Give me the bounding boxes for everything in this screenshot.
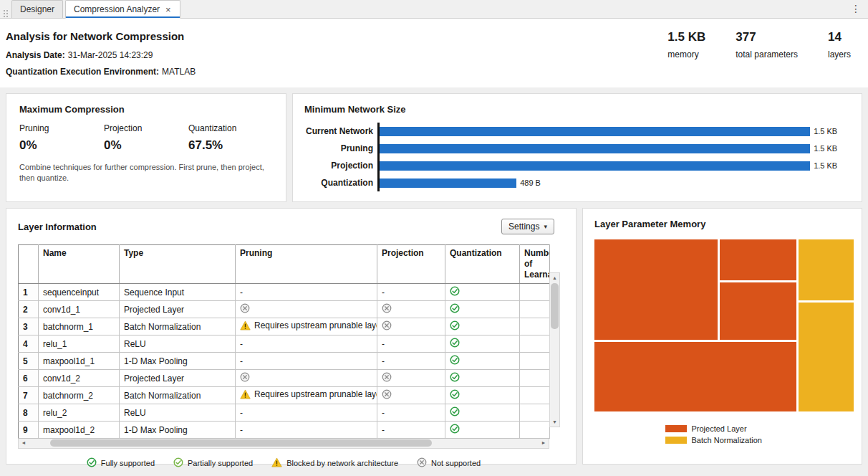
col-quantization: Quantization bbox=[445, 245, 520, 284]
layer-table-body: 1sequenceinputSequence Input--2conv1d_1P… bbox=[19, 284, 550, 439]
layer-name-cell: conv1d_2 bbox=[39, 370, 120, 387]
table-row[interactable]: 9maxpool1d_21-D Max Pooling-- bbox=[19, 422, 550, 439]
row-number: 2 bbox=[19, 301, 39, 318]
cell-text: - bbox=[240, 287, 243, 298]
projection-cell bbox=[377, 370, 445, 387]
panel-grip-icon[interactable] bbox=[4, 10, 5, 11]
legend-swatch bbox=[665, 437, 687, 444]
bar bbox=[380, 178, 516, 188]
learnables-cell bbox=[520, 404, 550, 422]
stat-total-parameters: 377 total parameters bbox=[736, 30, 798, 60]
overflow-menu-icon[interactable]: ⋮ bbox=[851, 3, 861, 14]
tab-compression-analyzer[interactable]: Compression Analyzer × bbox=[65, 0, 180, 19]
cell-text: - bbox=[382, 339, 385, 349]
bar-row: Current Network1.5 KB bbox=[304, 123, 850, 140]
learnables-cell bbox=[520, 353, 550, 370]
stat-label: total parameters bbox=[736, 49, 798, 60]
pruning-cell bbox=[236, 370, 377, 387]
top-cards-row: Maximum Compression Pruning 0% Projectio… bbox=[6, 93, 862, 202]
environment-line: Quantization Execution Environment:MATLA… bbox=[6, 67, 868, 77]
bar-row: Pruning1.5 KB bbox=[304, 140, 850, 157]
metric-value: 0% bbox=[19, 138, 104, 153]
legend-label: Not supported bbox=[431, 459, 481, 467]
cell-text: - bbox=[382, 425, 385, 435]
layer-type-cell: Batch Normalization bbox=[120, 318, 236, 335]
pruning-cell: Requires upstream prunable layer bbox=[236, 387, 377, 404]
compression-note: Combine techniques for further compressi… bbox=[19, 162, 271, 184]
check-partial-icon bbox=[173, 457, 183, 469]
scroll-up-icon[interactable]: ▲ bbox=[550, 273, 559, 282]
quantization-cell bbox=[445, 422, 520, 439]
pruning-cell: - bbox=[236, 404, 377, 422]
row-number: 4 bbox=[19, 335, 39, 353]
col-pruning: Pruning bbox=[236, 245, 377, 284]
cell-text: - bbox=[240, 339, 243, 349]
horizontal-scrollbar-thumb[interactable] bbox=[50, 439, 432, 447]
treemap-rect bbox=[720, 239, 796, 280]
tab-designer[interactable]: Designer bbox=[11, 0, 63, 18]
stat-value: 14 bbox=[828, 30, 851, 44]
projection-cell bbox=[377, 318, 445, 335]
pruning-cell: - bbox=[236, 284, 377, 301]
vertical-scrollbar[interactable]: ▲ ▼ bbox=[549, 272, 560, 427]
learnables-cell bbox=[520, 335, 550, 353]
metric-label: Quantization bbox=[188, 123, 273, 133]
layer-type-cell: Projected Layer bbox=[120, 301, 236, 318]
metric-label: Projection bbox=[104, 123, 188, 133]
bar-area: 1.5 KB bbox=[377, 157, 850, 174]
layer-information-card: Layer Information Settings ▾ Name bbox=[6, 208, 577, 465]
metric-pruning: Pruning 0% bbox=[19, 123, 104, 153]
not-supported-icon bbox=[382, 303, 392, 315]
check-icon bbox=[450, 372, 460, 384]
layer-type-cell: Projected Layer bbox=[120, 370, 236, 387]
treemap-rect bbox=[799, 239, 854, 300]
layer-name-cell: conv1d_1 bbox=[39, 301, 120, 318]
learnables-cell bbox=[520, 284, 550, 301]
table-row[interactable]: 3batchnorm_1Batch NormalizationRequires … bbox=[19, 318, 550, 335]
layer-name-cell: relu_2 bbox=[39, 404, 120, 422]
warning-icon bbox=[240, 389, 251, 401]
table-row[interactable]: 4relu_1ReLU-- bbox=[19, 335, 550, 353]
cell-text: - bbox=[240, 408, 243, 418]
learnables-cell bbox=[520, 370, 550, 387]
check-icon bbox=[450, 424, 460, 436]
layer-name-cell: relu_1 bbox=[39, 335, 120, 353]
table-row[interactable]: 5maxpool1d_11-D Max Pooling-- bbox=[19, 353, 550, 370]
bottom-cards-row: Layer Information Settings ▾ Name bbox=[6, 208, 862, 465]
table-row[interactable]: 7batchnorm_2Batch NormalizationRequires … bbox=[19, 387, 550, 404]
bar-value-label: 489 B bbox=[520, 178, 541, 187]
bar-value-label: 1.5 KB bbox=[814, 144, 837, 153]
metric-label: Pruning bbox=[19, 123, 104, 133]
row-number: 8 bbox=[19, 404, 39, 422]
vertical-scrollbar-thumb[interactable] bbox=[551, 283, 559, 329]
table-row[interactable]: 2conv1d_1Projected Layer bbox=[19, 301, 550, 318]
row-number: 7 bbox=[19, 387, 39, 404]
table-row[interactable]: 6conv1d_2Projected Layer bbox=[19, 370, 550, 387]
stat-layers: 14 layers bbox=[828, 30, 851, 60]
col-type: Type bbox=[120, 245, 236, 284]
col-projection: Projection bbox=[377, 245, 445, 284]
treemap-legend-item: Projected Layer bbox=[665, 424, 780, 433]
scroll-down-icon[interactable]: ▼ bbox=[550, 417, 559, 427]
bar bbox=[380, 144, 810, 153]
pruning-cell: Requires upstream prunable layer bbox=[236, 318, 377, 335]
check-icon bbox=[87, 457, 97, 469]
scroll-right-icon[interactable]: ► bbox=[539, 439, 549, 447]
warning-icon bbox=[240, 320, 251, 333]
table-row[interactable]: 1sequenceinputSequence Input-- bbox=[19, 284, 550, 301]
layer-type-cell: Sequence Input bbox=[120, 284, 236, 301]
cell-text: Requires upstream prunable layer bbox=[254, 389, 377, 399]
projection-cell: - bbox=[377, 404, 445, 422]
settings-button[interactable]: Settings ▾ bbox=[501, 219, 554, 234]
table-row[interactable]: 8relu_2ReLU-- bbox=[19, 404, 550, 422]
bar-value-label: 1.5 KB bbox=[814, 161, 837, 170]
close-tab-icon[interactable]: × bbox=[165, 5, 172, 14]
bar-category-label: Current Network bbox=[304, 126, 377, 136]
scroll-left-icon[interactable]: ◄ bbox=[19, 439, 29, 447]
cell-text: - bbox=[382, 408, 385, 418]
bar-value-label: 1.5 KB bbox=[814, 127, 837, 135]
layer-parameter-memory-card: Layer Parameter Memory Projected LayerBa… bbox=[582, 208, 862, 465]
metric-value: 0% bbox=[104, 138, 188, 153]
quantization-cell bbox=[445, 335, 520, 353]
horizontal-scrollbar[interactable]: ◄ ► bbox=[18, 439, 549, 449]
